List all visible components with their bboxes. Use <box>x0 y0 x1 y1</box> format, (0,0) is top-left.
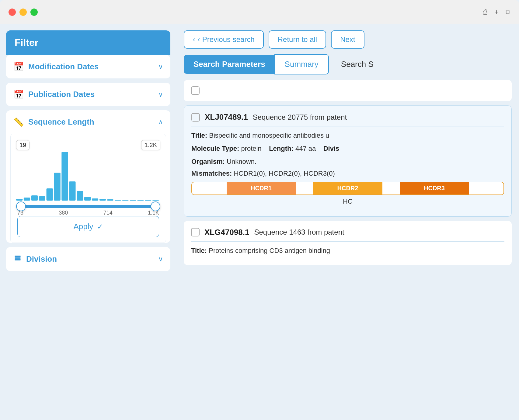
cdr-gap-2 <box>382 182 400 195</box>
tick-label-2: 380 <box>59 210 68 216</box>
result-1-meta: Molecule Type: protein Length: 447 aa Di… <box>191 143 504 154</box>
tab-summary-label: Summary <box>285 60 319 69</box>
modification-dates-title: 📅 Modification Dates <box>13 62 99 72</box>
organism-value: Unknown. <box>227 158 256 165</box>
layers-icon <box>13 254 22 264</box>
length-value: 447 aa <box>295 145 316 152</box>
chevron-down-publication: ∨ <box>158 91 163 98</box>
title-label: Title: <box>191 132 207 139</box>
sequence-length-toggle[interactable]: 📏 Sequence Length ∧ <box>6 110 170 134</box>
traffic-lights <box>9 9 38 16</box>
result-1-mismatches: Mismatches: HCDR1(0), HCDR2(0), HCDR3(0) <box>191 170 504 177</box>
slider-thumb-right[interactable] <box>151 201 160 211</box>
chrome-actions: ⎙ + ⧉ <box>483 8 510 16</box>
division-label: Division <box>26 254 57 264</box>
new-tab-icon[interactable]: + <box>494 8 498 16</box>
next-button[interactable]: Next <box>331 30 364 49</box>
svg-rect-6 <box>61 152 68 201</box>
range-min-bubble: 19 <box>16 140 30 150</box>
tab-search-parameters[interactable]: Search Parameters <box>184 55 275 74</box>
svg-rect-9 <box>84 197 91 201</box>
publication-dates-section: 📅 Publication Dates ∨ <box>6 83 170 106</box>
tab-search-extra-label: Search S <box>341 60 374 69</box>
tab-bar: Search Parameters Summary Search S <box>176 54 519 74</box>
divider-2 <box>191 241 504 242</box>
cdr-trailing-space <box>469 182 503 195</box>
modification-dates-label: Modification Dates <box>28 62 99 71</box>
tab-summary[interactable]: Summary <box>274 54 329 74</box>
publication-dates-toggle[interactable]: 📅 Publication Dates ∨ <box>6 83 170 106</box>
svg-rect-17 <box>145 200 151 201</box>
result-1-header: XLJ07489.1 Sequence 20775 from patent <box>191 112 504 122</box>
sequence-length-label: Sequence Length <box>28 117 94 127</box>
prev-search-label: ‹ Previous search <box>198 35 255 44</box>
filter-body: 📅 Modification Dates ∨ 📅 Publication Dat… <box>6 55 170 271</box>
divider-1 <box>191 126 504 126</box>
length-label: Length: <box>269 145 294 152</box>
sidebar: Filter 📅 Modification Dates ∨ 📅 <box>0 24 176 420</box>
share-icon[interactable]: ⎙ <box>483 8 487 16</box>
svg-rect-12 <box>107 199 113 201</box>
cdr-leading-space <box>192 182 227 195</box>
slider-thumb-left[interactable] <box>16 201 26 211</box>
tab-search-extra[interactable]: Search S <box>331 55 383 74</box>
select-all-checkbox[interactable] <box>191 86 200 95</box>
traffic-light-green[interactable] <box>30 9 38 16</box>
traffic-light-yellow[interactable] <box>19 9 27 16</box>
chevron-down-division: ∨ <box>158 255 163 263</box>
division-label-meta: Divis <box>323 145 340 152</box>
result-2-title-value: Proteins comprising CD3 antigen binding <box>209 247 330 254</box>
next-label: Next <box>340 35 355 44</box>
copy-icon[interactable]: ⧉ <box>506 8 510 16</box>
calendar-icon-publication: 📅 <box>13 89 24 99</box>
organism-label: Organism: <box>191 158 225 165</box>
hcdr2-label: HCDR2 <box>337 185 358 192</box>
svg-rect-2 <box>31 195 38 201</box>
result-1-title: Title: Bispecific and monospecific antib… <box>191 130 504 141</box>
result-2-sequence: Sequence 1463 from patent <box>254 228 344 236</box>
cdr-gap-1 <box>296 182 313 195</box>
svg-rect-3 <box>39 196 45 201</box>
result-2-checkbox[interactable] <box>191 228 200 236</box>
return-to-all-button[interactable]: Return to all <box>269 30 326 49</box>
svg-rect-7 <box>69 181 75 201</box>
tab-search-parameters-label: Search Parameters <box>193 60 265 69</box>
return-to-all-label: Return to all <box>278 35 317 44</box>
traffic-light-red[interactable] <box>9 9 16 16</box>
result-2-title-label: Title: <box>191 247 207 254</box>
svg-rect-16 <box>137 200 144 201</box>
result-card-1: XLJ07489.1 Sequence 20775 from patent Ti… <box>184 105 512 217</box>
cdr-hcdr1-segment: HCDR1 <box>227 182 296 195</box>
title-value: Bispecific and monospecific antibodies u <box>209 132 329 139</box>
app-body: Filter 📅 Modification Dates ∨ 📅 <box>0 24 519 420</box>
hcdr1-label: HCDR1 <box>251 185 272 192</box>
division-toggle[interactable]: Division ∨ <box>6 247 170 271</box>
svg-rect-14 <box>122 200 128 201</box>
result-2-title: Title: Proteins comprising CD3 antigen b… <box>191 245 504 256</box>
svg-rect-19 <box>15 256 21 257</box>
result-1-checkbox[interactable] <box>191 113 200 122</box>
svg-rect-10 <box>92 198 98 201</box>
histogram-container: 19 1.2K <box>10 134 166 243</box>
svg-rect-18 <box>152 200 159 201</box>
histogram-chart <box>16 152 160 201</box>
publication-dates-title: 📅 Publication Dates <box>13 89 95 99</box>
range-max-bubble: 1.2K <box>141 140 160 150</box>
svg-rect-15 <box>130 200 136 201</box>
window-chrome: ⎙ + ⧉ <box>0 0 519 24</box>
modification-dates-toggle[interactable]: 📅 Modification Dates ∨ <box>6 55 170 78</box>
svg-rect-21 <box>15 259 21 260</box>
apply-check-icon: ✓ <box>97 222 103 231</box>
apply-button[interactable]: Apply ✓ <box>17 216 159 237</box>
prev-search-button[interactable]: ‹ ‹ Previous search <box>184 30 264 49</box>
range-labels: 19 1.2K <box>16 140 160 150</box>
svg-rect-1 <box>24 198 30 201</box>
sequence-length-section: 📏 Sequence Length ∧ 19 1.2K <box>6 110 170 243</box>
division-icon-svg <box>13 254 22 262</box>
publication-dates-label: Publication Dates <box>28 90 95 99</box>
filter-title: Filter <box>15 37 38 48</box>
result-card-2: XLG47098.1 Sequence 1463 from patent Tit… <box>184 221 512 265</box>
mismatches-label: Mismatches: <box>191 170 232 177</box>
histogram-svg <box>16 152 160 201</box>
nav-bar: ‹ ‹ Previous search Return to all Next <box>176 30 519 49</box>
